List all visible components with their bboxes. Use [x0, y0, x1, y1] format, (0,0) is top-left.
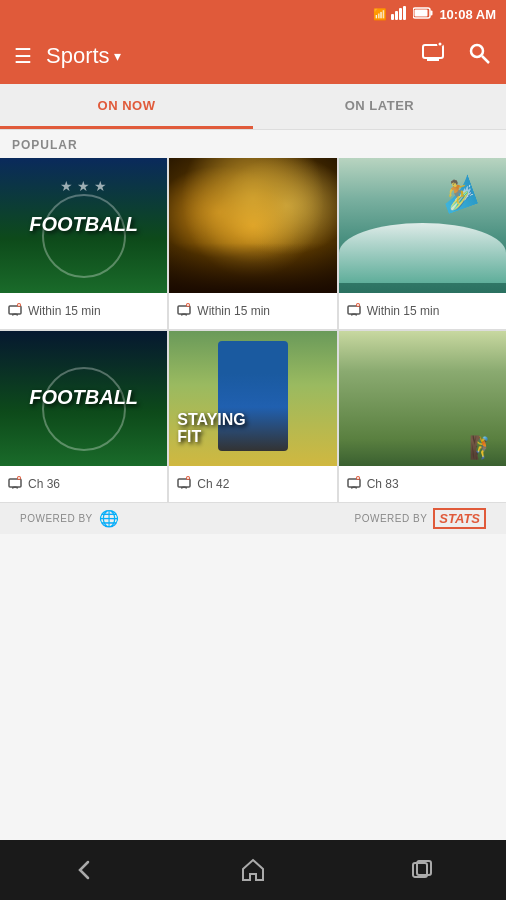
svg-line-26	[351, 314, 354, 315]
svg-line-37	[184, 487, 187, 488]
svg-point-12	[439, 43, 442, 46]
content-grid: ★ ★ ★ FOOTBALL Within 15 min	[0, 158, 506, 502]
svg-line-31	[12, 487, 15, 488]
svg-point-39	[187, 477, 189, 479]
surf-wave	[339, 223, 506, 283]
svg-rect-25	[348, 306, 360, 314]
item-footer-hike: Ch 83	[339, 466, 506, 502]
svg-line-32	[15, 487, 18, 488]
svg-rect-1	[395, 11, 398, 20]
item-footer-football-1: Within 15 min	[0, 293, 167, 329]
status-icons: 📶	[373, 6, 433, 22]
item-footer-surf: Within 15 min	[339, 293, 506, 329]
item-label-surf: Within 15 min	[367, 304, 440, 318]
hamburger-icon[interactable]: ☰	[14, 44, 32, 68]
svg-rect-2	[399, 8, 402, 20]
item-label-football-2: Ch 36	[28, 477, 60, 491]
svg-rect-35	[178, 479, 190, 487]
runner-show-title: STAYINGFIT	[177, 411, 245, 446]
thumbnail-football-1: ★ ★ ★ FOOTBALL	[0, 158, 167, 293]
tab-on-later[interactable]: ON LATER	[253, 84, 506, 129]
item-label-hike: Ch 83	[367, 477, 399, 491]
nav-back-button[interactable]	[54, 850, 114, 890]
football1-stars: ★ ★ ★	[60, 178, 107, 194]
header-title-container[interactable]: Sports ▾	[46, 43, 121, 69]
thumbnail-hike: 🧗	[339, 331, 506, 466]
svg-rect-20	[178, 306, 190, 314]
header-left: ☰ Sports ▾	[14, 43, 121, 69]
item-footer-party: Within 15 min	[169, 293, 336, 329]
svg-line-22	[184, 314, 187, 315]
tv-small-icon-2	[177, 303, 191, 320]
svg-line-14	[482, 56, 489, 63]
signal-icon	[391, 6, 409, 22]
nav-home-button[interactable]	[223, 850, 283, 890]
tv-small-icon-6	[347, 476, 361, 493]
svg-point-24	[187, 304, 189, 306]
powered-by-right-text: POWERED BY	[355, 513, 428, 524]
grid-item-runner[interactable]: STAYINGFIT Ch 42	[169, 331, 336, 502]
svg-line-17	[15, 314, 18, 315]
powered-by-right: POWERED BY STATS	[355, 508, 486, 529]
svg-point-19	[18, 304, 20, 306]
header: ☰ Sports ▾	[0, 28, 506, 84]
svg-rect-15	[9, 306, 21, 314]
thumbnail-runner: STAYINGFIT	[169, 331, 336, 466]
surf-person-icon: 🏄	[436, 173, 480, 216]
nav-bar	[0, 840, 506, 900]
item-label-runner: Ch 42	[197, 477, 229, 491]
grid-item-football-1[interactable]: ★ ★ ★ FOOTBALL Within 15 min	[0, 158, 167, 329]
tv-small-icon-3	[347, 303, 361, 320]
grid-item-football-2[interactable]: FOOTBALL Ch 36	[0, 331, 167, 502]
svg-line-27	[354, 314, 357, 315]
item-label-party: Within 15 min	[197, 304, 270, 318]
popular-label: POPULAR	[0, 130, 506, 158]
svg-rect-6	[415, 10, 428, 17]
battery-icon	[413, 7, 433, 21]
tv-small-icon-1	[8, 303, 22, 320]
football2-title: FOOTBALL	[29, 386, 138, 409]
tabs-bar: ON NOW ON LATER	[0, 84, 506, 130]
tv-small-icon-4	[8, 476, 22, 493]
item-footer-football-2: Ch 36	[0, 466, 167, 502]
party-crowd	[169, 243, 336, 293]
svg-line-16	[12, 314, 15, 315]
svg-rect-5	[431, 11, 433, 16]
nav-recents-button[interactable]	[392, 850, 452, 890]
svg-point-34	[18, 477, 20, 479]
svg-point-44	[357, 477, 359, 479]
svg-line-21	[181, 314, 184, 315]
svg-point-13	[471, 45, 483, 57]
thumbnail-football-2: FOOTBALL	[0, 331, 167, 466]
grid-item-surf[interactable]: 🏄 Within 15 min	[339, 158, 506, 329]
svg-rect-3	[403, 6, 406, 20]
football1-title: FOOTBALL	[29, 213, 138, 236]
dropdown-arrow-icon: ▾	[114, 48, 121, 64]
powered-by-left-logo: 🌐	[99, 509, 119, 528]
grid-item-hike[interactable]: 🧗 Ch 83	[339, 331, 506, 502]
stats-logo: STATS	[433, 508, 486, 529]
powered-by-bar: POWERED BY 🌐 POWERED BY STATS	[0, 502, 506, 534]
header-right	[420, 40, 492, 72]
grid-item-party[interactable]: Within 15 min	[169, 158, 336, 329]
svg-line-41	[351, 487, 354, 488]
tab-on-now[interactable]: ON NOW	[0, 84, 253, 129]
powered-by-left-text: POWERED BY	[20, 513, 93, 524]
wifi-icon: 📶	[373, 8, 387, 21]
powered-by-left: POWERED BY 🌐	[20, 509, 119, 528]
status-bar: 📶 10:08 AM	[0, 0, 506, 28]
svg-rect-40	[348, 479, 360, 487]
status-time: 10:08 AM	[439, 7, 496, 22]
svg-point-29	[357, 304, 359, 306]
hike-people-icon: 🧗	[469, 435, 496, 461]
item-footer-runner: Ch 42	[169, 466, 336, 502]
thumbnail-party	[169, 158, 336, 293]
header-title-text: Sports	[46, 43, 110, 69]
item-label-football-1: Within 15 min	[28, 304, 101, 318]
tv-icon[interactable]	[420, 40, 446, 72]
svg-line-42	[354, 487, 357, 488]
search-icon[interactable]	[466, 40, 492, 72]
svg-rect-0	[391, 14, 394, 20]
thumbnail-surf: 🏄	[339, 158, 506, 293]
svg-rect-30	[9, 479, 21, 487]
